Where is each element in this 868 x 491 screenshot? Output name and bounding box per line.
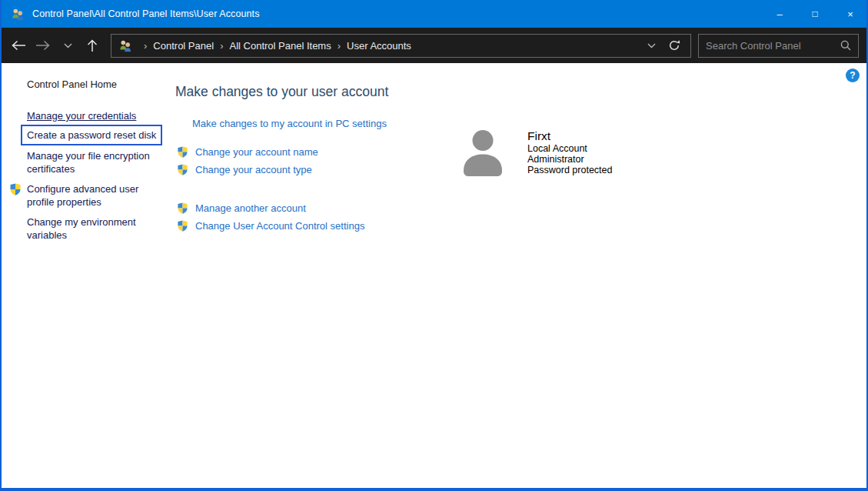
breadcrumb-chevron-icon[interactable]: › <box>331 40 347 52</box>
user-accounts-icon <box>11 8 25 21</box>
highlight-box: Create a password reset disk <box>21 125 175 145</box>
sidebar-item-label: Configure advanced user profile properti… <box>27 183 138 208</box>
search-box[interactable]: Search Control Panel <box>698 34 859 58</box>
sidebar-item-environment-variables[interactable]: Change my environment variables <box>27 215 161 242</box>
uac-shield-icon <box>177 220 188 232</box>
up-button[interactable] <box>80 33 105 58</box>
chevron-down-icon <box>647 43 656 48</box>
forward-button[interactable] <box>31 33 55 58</box>
search-input[interactable]: Search Control Panel <box>706 40 840 52</box>
user-account-card: Firxt Local Account Administrator Passwo… <box>463 128 612 180</box>
breadcrumb-control-panel[interactable]: Control Panel <box>153 40 214 52</box>
breadcrumb-chevron-icon[interactable]: › <box>214 40 229 52</box>
chevron-down-icon <box>64 43 72 48</box>
breadcrumb-user-accounts[interactable]: User Accounts <box>347 40 411 52</box>
uac-shield-icon <box>177 146 188 158</box>
user-account-type: Local Account <box>527 143 612 154</box>
address-dropdown-button[interactable] <box>640 33 663 58</box>
maximize-button[interactable]: □ <box>797 0 833 28</box>
navigation-bar: › Control Panel › All Control Panel Item… <box>0 28 868 63</box>
user-avatar <box>463 129 503 180</box>
sidebar-item-manage-credentials[interactable]: Manage your credentials <box>27 109 161 122</box>
breadcrumb-chevron-icon[interactable]: › <box>138 40 153 52</box>
recent-locations-button[interactable] <box>55 33 80 58</box>
link-label: Change User Account Control settings <box>195 220 364 232</box>
user-accounts-icon <box>118 39 132 52</box>
up-arrow-icon <box>87 39 98 52</box>
other-link-group: Manage another account Change User Accou… <box>177 202 866 232</box>
link-label: Manage another account <box>195 202 306 214</box>
sidebar-item-control-panel-home[interactable]: Control Panel Home <box>27 78 161 90</box>
link-label: Change your account name <box>195 146 318 158</box>
link-label: Change your account type <box>195 164 312 175</box>
close-button[interactable]: × <box>833 0 868 28</box>
user-name: Firxt <box>527 129 612 143</box>
sidebar-item-create-password-reset-disk[interactable]: Create a password reset disk <box>21 125 162 145</box>
pc-settings-link[interactable]: Make changes to my account in PC setting… <box>192 118 387 129</box>
control-panel-window: Control Panel\All Control Panel Items\Us… <box>0 0 868 491</box>
sidebar: Control Panel Home Manage your credentia… <box>2 63 175 488</box>
user-info: Firxt Local Account Administrator Passwo… <box>527 128 612 180</box>
window-title: Control Panel\All Control Panel Items\Us… <box>32 8 260 19</box>
breadcrumb-all-items[interactable]: All Control Panel Items <box>229 40 331 52</box>
page-title: Make changes to your user account <box>175 84 866 100</box>
change-uac-settings-link[interactable]: Change User Account Control settings <box>177 219 866 232</box>
sidebar-item-file-encryption-certificates[interactable]: Manage your file encryption certificates <box>27 149 161 175</box>
forward-arrow-icon <box>35 40 51 51</box>
address-bar[interactable]: › Control Panel › All Control Panel Item… <box>111 34 691 58</box>
user-role: Administrator <box>527 154 612 165</box>
manage-another-account-link[interactable]: Manage another account <box>177 202 866 214</box>
minimize-button[interactable]: – <box>762 0 797 28</box>
back-button[interactable] <box>6 33 31 58</box>
help-button[interactable]: ? <box>846 68 860 82</box>
uac-shield-icon <box>9 183 22 199</box>
sidebar-item-advanced-user-profile[interactable]: Configure advanced user profile properti… <box>27 182 161 209</box>
uac-shield-icon <box>177 164 188 175</box>
uac-shield-icon <box>177 202 188 214</box>
user-password-status: Password protected <box>527 165 612 175</box>
main-pane: Make changes to your user account Make c… <box>175 63 866 488</box>
refresh-icon <box>668 39 680 52</box>
search-icon[interactable] <box>840 40 851 51</box>
back-arrow-icon <box>11 40 26 51</box>
window-controls: – □ × <box>762 0 868 28</box>
refresh-button[interactable] <box>663 33 686 58</box>
title-bar: Control Panel\All Control Panel Items\Us… <box>0 0 868 28</box>
content-area: Control Panel Home Manage your credentia… <box>2 63 866 488</box>
